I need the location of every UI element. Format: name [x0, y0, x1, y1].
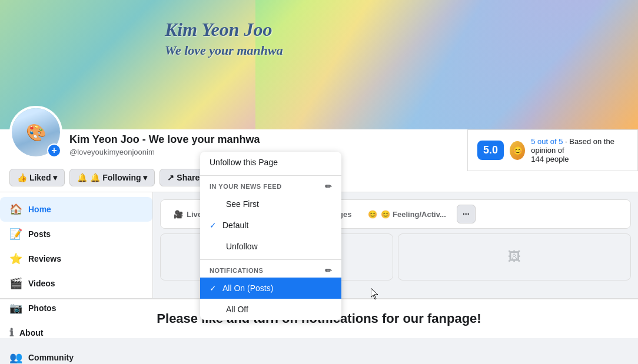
- cover-title-text: Kim Yeon Joo We love your manhwa: [165, 18, 283, 59]
- rating-score-text: 5 out of 5: [531, 137, 563, 146]
- unfollow-label: Unfollow: [226, 242, 258, 251]
- following-dropdown: Unfollow this Page IN YOUR NEWS FEED ✏ S…: [200, 152, 341, 320]
- sidebar-item-home[interactable]: 🏠 Home: [0, 197, 152, 222]
- all-on-check-icon: ✓: [210, 283, 217, 293]
- rating-avatar: 😊: [510, 141, 525, 160]
- all-off-item[interactable]: All Off: [200, 299, 341, 320]
- posts-icon: 📝: [9, 228, 22, 241]
- notifications-section-header: NOTIFICATIONS ✏: [200, 262, 341, 278]
- sidebar-item-videos-label: Videos: [28, 279, 55, 288]
- sidebar-item-about-label: About: [19, 328, 43, 338]
- live-icon: 🎥: [174, 210, 183, 219]
- toolbar-more-button[interactable]: ···: [457, 205, 476, 223]
- default-item[interactable]: ✓ Default: [200, 215, 341, 236]
- avatar-container: 🎨 +: [9, 106, 62, 159]
- home-icon: 🏠: [9, 203, 22, 216]
- rating-panel: 5.0 😊 5 out of 5 · Based on the opinion …: [467, 129, 638, 171]
- sidebar-item-home-label: Home: [28, 205, 51, 214]
- sidebar-item-community-label: Community: [28, 353, 74, 362]
- see-first-item[interactable]: See First: [200, 193, 341, 215]
- left-sidebar: 🏠 Home 📝 Posts ⭐ Reviews 🎬 Videos 📷 Phot…: [0, 192, 153, 298]
- news-feed-section-header: IN YOUR NEWS FEED ✏: [200, 178, 341, 193]
- see-first-label: See First: [226, 199, 259, 209]
- unfollow-item[interactable]: Unfollow: [200, 236, 341, 257]
- feeling-label: 😊 Feeling/Activ...: [381, 210, 446, 219]
- about-icon: ℹ: [9, 326, 14, 339]
- reviews-icon: ⭐: [9, 252, 22, 265]
- feeling-icon: 😊: [368, 210, 377, 219]
- sidebar-item-posts-label: Posts: [28, 229, 51, 239]
- photos-icon: 📷: [9, 302, 22, 315]
- feeling-button[interactable]: 😊 😊 Feeling/Activ...: [362, 205, 451, 223]
- dropdown-separator-1: [200, 175, 341, 176]
- image-placeholder-2: 🖼: [398, 233, 631, 280]
- unfollow-page-label: Unfollow this Page: [210, 158, 278, 167]
- cover-artwork: [255, 0, 638, 129]
- cover-photo: Kim Yeon Joo We love your manhwa: [0, 0, 638, 129]
- sidebar-item-reviews-label: Reviews: [28, 254, 61, 263]
- following-icon: 🔔: [77, 173, 87, 182]
- all-on-posts-label: All On (Posts): [222, 283, 273, 293]
- rating-text: 5 out of 5 · Based on the opinion of 144…: [531, 137, 628, 163]
- rating-badge: 5.0: [477, 141, 504, 160]
- sidebar-item-about[interactable]: ℹ About: [0, 320, 152, 345]
- community-icon: 👥: [9, 351, 22, 364]
- sidebar-item-photos[interactable]: 📷 Photos: [0, 296, 152, 320]
- following-label: 🔔 Following ▾: [90, 173, 147, 182]
- news-feed-edit-icon[interactable]: ✏: [325, 182, 333, 191]
- image-icon-2: 🖼: [508, 249, 521, 265]
- sidebar-item-posts[interactable]: 📝 Posts: [0, 222, 152, 246]
- add-photo-button[interactable]: +: [47, 143, 61, 158]
- sidebar-item-community[interactable]: 👥 Community: [0, 345, 152, 364]
- page-name: Kim Yeon Joo - We love your manhwa: [69, 133, 531, 146]
- following-button[interactable]: 🔔 @loveyoukimyeonjoonim 🔔 Following ▾: [69, 169, 155, 186]
- all-off-label: All Off: [226, 305, 248, 314]
- unfollow-page-item[interactable]: Unfollow this Page: [200, 152, 341, 173]
- default-check-icon: ✓: [210, 221, 217, 230]
- liked-button[interactable]: 👍 Liked ▾: [9, 169, 65, 186]
- notifications-edit-icon[interactable]: ✏: [325, 266, 333, 275]
- default-label: Default: [222, 221, 248, 230]
- sidebar-item-reviews[interactable]: ⭐ Reviews: [0, 246, 152, 271]
- sidebar-item-photos-label: Photos: [28, 303, 56, 313]
- rating-count: 144 people: [531, 155, 569, 163]
- videos-icon: 🎬: [9, 277, 22, 290]
- all-on-posts-item[interactable]: ✓ All On (Posts): [200, 278, 341, 299]
- dropdown-separator-2: [200, 259, 341, 260]
- sidebar-item-videos[interactable]: 🎬 Videos: [0, 271, 152, 296]
